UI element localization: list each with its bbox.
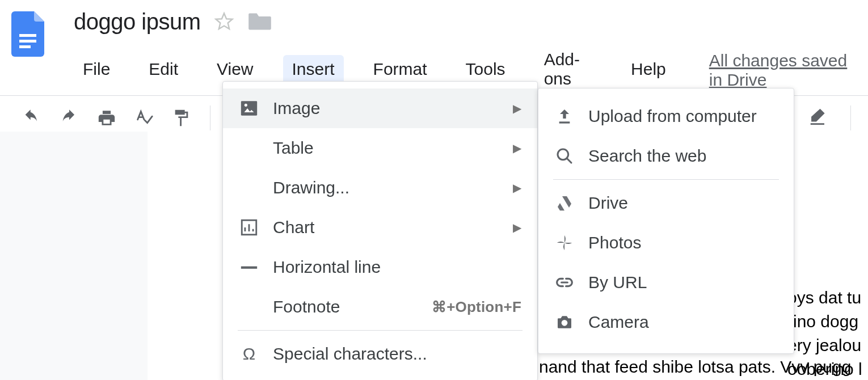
insert-menu-image[interactable]: Image ▶ [223,88,537,128]
camera-icon [554,312,575,332]
insert-menu-chart[interactable]: Chart ▶ [223,208,537,247]
spellcheck-button[interactable] [132,105,157,130]
svg-rect-4 [241,101,257,116]
chevron-right-icon: ▶ [513,141,521,155]
document-title[interactable]: doggo ipsum [74,9,201,35]
insert-menu-special-chars[interactable]: Ω Special characters... [223,334,537,374]
chart-icon [239,217,259,238]
menu-help[interactable]: Help [622,55,675,86]
image-submenu-drive[interactable]: Drive [538,183,794,223]
undo-button[interactable] [19,105,44,130]
menu-item-label: Drive [588,193,778,213]
image-submenu-by-url[interactable]: By URL [538,263,794,302]
menu-item-label: Table [273,138,513,158]
menu-item-label: Camera [588,313,778,332]
image-submenu-dropdown: Upload from computer Search the web Driv… [538,88,794,354]
menu-item-label: Drawing... [273,178,513,197]
image-submenu-search-web[interactable]: Search the web [538,136,794,176]
insert-menu-hline[interactable]: Horizontal line [223,247,537,287]
link-icon [554,272,575,293]
menu-separator [553,179,779,180]
print-button[interactable] [94,105,119,130]
insert-menu-drawing[interactable]: Drawing... ▶ [223,168,537,208]
menu-edit[interactable]: Edit [140,55,187,86]
chevron-right-icon: ▶ [513,102,521,115]
paint-format-button[interactable] [169,105,194,130]
svg-point-10 [562,320,568,326]
insert-menu-dropdown: Image ▶ Table ▶ Drawing... ▶ Chart ▶ Hor… [222,81,538,380]
menu-item-label: Horizontal line [273,257,521,277]
save-status[interactable]: All changes saved in Drive [709,51,862,90]
menu-separator [238,330,523,331]
insert-menu-footnote[interactable]: Footnote ⌘+Option+F [223,287,537,327]
drawing-icon [239,178,259,198]
image-icon [239,98,259,119]
redo-button[interactable] [57,105,82,130]
upload-icon [554,106,575,126]
svg-rect-8 [559,121,570,123]
svg-rect-1 [19,40,36,43]
menu-item-label: Chart [273,218,513,237]
omega-icon: Ω [239,344,259,364]
docs-logo-icon[interactable] [11,11,45,57]
menu-item-label: Footnote [273,297,432,316]
svg-rect-2 [19,45,31,48]
image-submenu-upload[interactable]: Upload from computer [538,96,794,136]
image-submenu-camera[interactable]: Camera [538,302,794,342]
photos-icon [554,233,575,253]
search-web-icon [554,146,575,166]
svg-point-5 [245,104,247,107]
menu-item-shortcut: ⌘+Option+F [432,298,521,316]
svg-rect-7 [241,267,257,269]
image-submenu-photos[interactable]: Photos [538,223,794,263]
chevron-right-icon: ▶ [513,221,521,234]
toolbar-separator-2 [850,105,851,130]
highlight-color-button[interactable] [805,105,830,130]
menu-item-label: Upload from computer [588,107,778,126]
menu-file[interactable]: File [74,55,119,86]
menu-item-label: Photos [588,233,778,252]
menu-item-label: Search the web [588,146,778,166]
svg-marker-3 [216,13,232,29]
hline-icon [239,257,259,277]
drive-icon [554,193,575,213]
toolbar-separator [210,105,210,130]
svg-rect-0 [19,34,36,37]
folder-icon[interactable] [247,11,272,32]
menu-item-label: Special characters... [273,344,521,364]
footnote-icon [239,297,259,317]
menu-item-label: Image [273,99,513,118]
chevron-right-icon: ▶ [513,181,521,195]
star-icon[interactable] [213,11,235,32]
insert-menu-table[interactable]: Table ▶ [223,128,537,168]
table-icon [239,138,259,158]
menu-item-label: By URL [588,273,778,292]
document-body-text-2: nand that feed shibe lotsa pats. Vvv pug… [539,357,851,377]
